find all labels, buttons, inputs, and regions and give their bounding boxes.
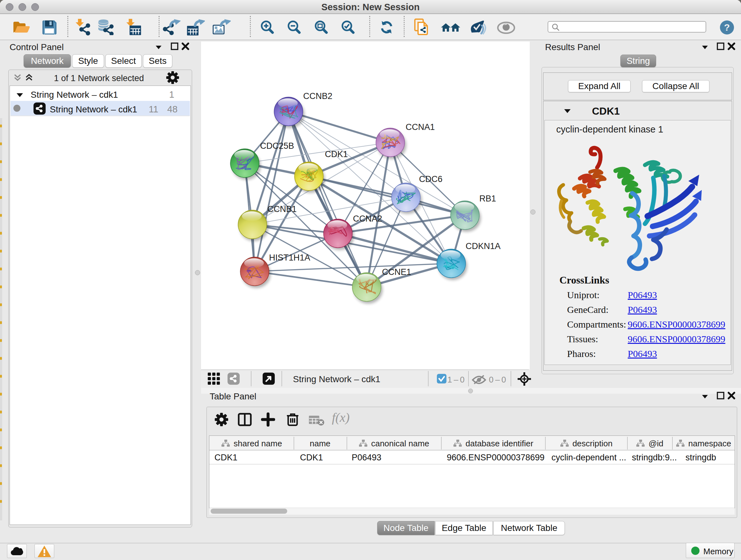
svg-text:CDK1: CDK1 bbox=[325, 149, 348, 159]
svg-text:CDKN1A: CDKN1A bbox=[466, 241, 501, 251]
svg-text:CDC6: CDC6 bbox=[419, 174, 443, 184]
svg-text:CCNB1: CCNB1 bbox=[267, 204, 297, 214]
svg-text:CCNE1: CCNE1 bbox=[382, 267, 411, 277]
svg-text:HIST1H1A: HIST1H1A bbox=[269, 253, 310, 262]
svg-text:CCNB2: CCNB2 bbox=[303, 91, 333, 101]
svg-text:RB1: RB1 bbox=[479, 194, 496, 203]
svg-text:CCNA1: CCNA1 bbox=[406, 122, 435, 132]
svg-text:CDC25B: CDC25B bbox=[260, 141, 294, 151]
svg-text:?: ? bbox=[724, 22, 730, 33]
svg-text:CCNA2: CCNA2 bbox=[353, 214, 382, 224]
